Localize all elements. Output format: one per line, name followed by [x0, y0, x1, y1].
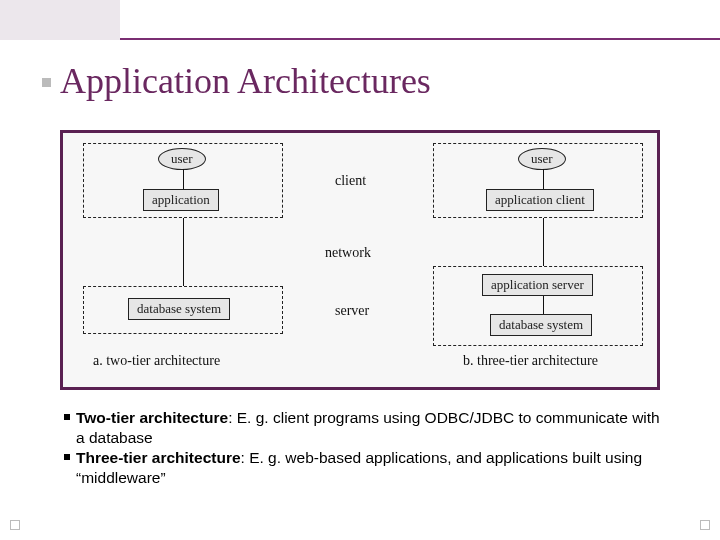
b2-term: Three-tier architecture — [76, 449, 241, 466]
header-rule — [120, 38, 720, 40]
left-application-node: application — [143, 189, 219, 211]
right-appclient-node: application client — [486, 189, 594, 211]
right-user-conn — [543, 169, 544, 189]
left-user-node: user — [158, 148, 206, 170]
right-network-line — [543, 218, 544, 266]
right-user-node: user — [518, 148, 566, 170]
b1-term: Two-tier architecture — [76, 409, 228, 426]
diagram-canvas: user application database system a. two-… — [63, 133, 657, 387]
left-db-node: database system — [128, 298, 230, 320]
right-server-conn — [543, 296, 544, 314]
left-user-conn — [183, 169, 184, 189]
architecture-figure: user application database system a. two-… — [60, 130, 660, 390]
square-bullet-icon — [64, 414, 70, 420]
mid-client-label: client — [335, 173, 366, 189]
header-accent-block — [0, 0, 120, 40]
mid-network-label: network — [325, 245, 371, 261]
mid-server-label: server — [335, 303, 369, 319]
bullet-two-tier: Two-tier architecture: E. g. client prog… — [64, 408, 670, 448]
corner-deco-left — [10, 520, 20, 530]
right-caption: b. three-tier architecture — [463, 353, 598, 369]
right-appserver-node: application server — [482, 274, 593, 296]
slide-title: Application Architectures — [60, 60, 431, 102]
corner-deco-right — [700, 520, 710, 530]
header-band — [0, 0, 720, 40]
bullet-three-tier: Three-tier architecture: E. g. web-based… — [64, 448, 670, 488]
description-text: Two-tier architecture: E. g. client prog… — [64, 408, 670, 489]
right-db-node: database system — [490, 314, 592, 336]
left-caption: a. two-tier architecture — [93, 353, 220, 369]
left-network-line — [183, 218, 184, 286]
square-bullet-icon — [64, 454, 70, 460]
